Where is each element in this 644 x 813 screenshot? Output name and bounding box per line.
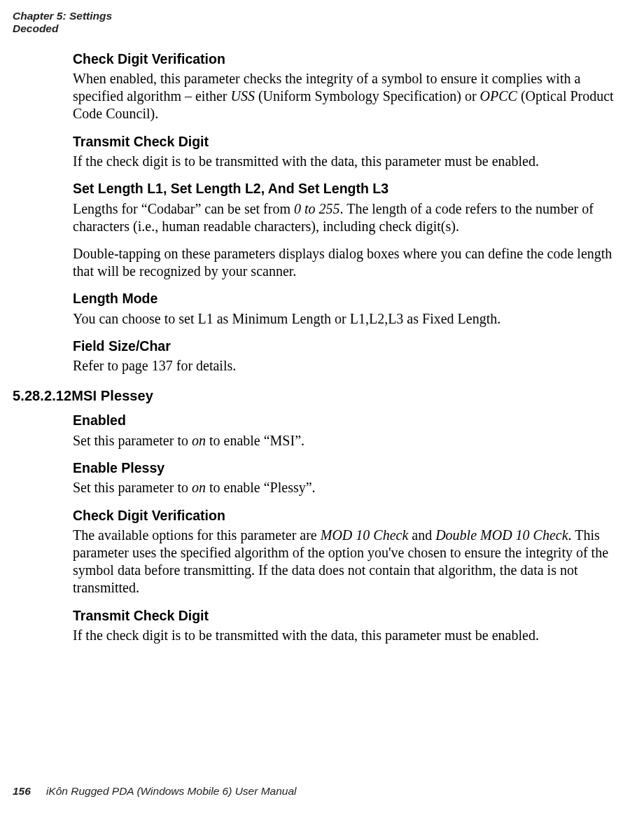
text-cdv2-alg1: MOD 10 Check [321,527,409,543]
para-tcd1: If the check digit is to be transmitted … [73,153,627,170]
heading-field-size: Field Size/Char [73,338,627,354]
text-cdv1-opcc: OPCC [480,88,517,104]
heading-enabled: Enabled [73,412,627,429]
para-eplessy: Set this parameter to on to enable “Ples… [73,479,627,496]
content-area: Check Digit Verification When enabled, t… [73,50,627,645]
page-number: 156 [13,785,31,797]
heading-transmit-check-digit-1: Transmit Check Digit [73,133,627,150]
running-header-line2: Decoded [13,22,631,35]
text-cdv2-alg2: Double MOD 10 Check [435,527,568,543]
running-header: Chapter 5: Settings Decoded [13,10,631,35]
footer: 156iKôn Rugged PDA (Windows Mobile 6) Us… [13,784,297,798]
text-cdv1-mid: (Uniform Symbology Specification) or [255,88,480,104]
para-cdv1: When enabled, this parameter checks the … [73,70,627,123]
text-enabled-post: to enable “MSI”. [206,433,304,448]
section-number: 5.28.2.12 [13,388,71,403]
text-eplessy-post: to enable “Plessy”. [206,480,316,495]
heading-length-mode: Length Mode [73,290,627,307]
page: Chapter 5: Settings Decoded Check Digit … [0,0,644,813]
heading-set-length: Set Length L1, Set Length L2, And Set Le… [73,180,627,197]
heading-check-digit-verification-2: Check Digit Verification [73,507,627,524]
para-enabled: Set this parameter to on to enable “MSI”… [73,432,627,450]
para-lenmode: You can choose to set L1 as Minimum Leng… [73,310,627,328]
text-cdv1-uss: USS [230,88,254,104]
para-tcd2: If the check digit is to be transmitted … [73,627,627,644]
text-setlen-pre: Lengths for “Codabar” can be set from [73,201,294,216]
para-cdv2: The available options for this parameter… [73,527,627,597]
text-enabled-on: on [192,433,206,448]
heading-enable-plessy: Enable Plessy [73,459,627,476]
text-eplessy-on: on [192,480,206,495]
book-title: iKôn Rugged PDA (Windows Mobile 6) User … [46,785,297,797]
text-cdv2-pre: The available options for this parameter… [73,527,321,543]
text-enabled-pre: Set this parameter to [73,433,192,448]
heading-transmit-check-digit-2: Transmit Check Digit [73,607,627,624]
para-fsize: Refer to page 137 for details. [73,357,627,375]
text-cdv2-mid: and [408,527,435,543]
heading-check-digit-verification-1: Check Digit Verification [73,50,627,67]
running-header-line1: Chapter 5: Settings [13,10,631,22]
para-setlen-1: Lengths for “Codabar” can be set from 0 … [73,200,627,235]
text-setlen-range: 0 to 255 [294,201,340,216]
heading-msi-plessey: 5.28.2.12MSI Plessey [13,387,627,405]
para-setlen-2: Double-tapping on these parameters displ… [73,245,627,280]
text-eplessy-pre: Set this parameter to [73,480,192,495]
section-title: MSI Plessey [71,388,153,403]
